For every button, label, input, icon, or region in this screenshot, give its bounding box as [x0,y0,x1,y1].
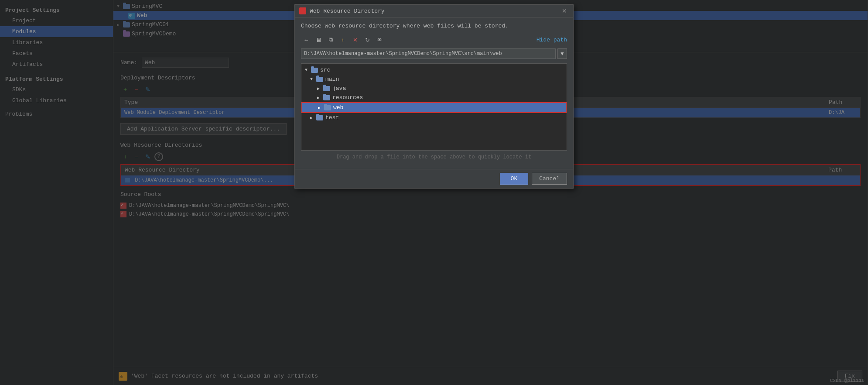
dtree-arrow-main: ▼ [310,77,316,82]
dtree-arrow-resources: ▶ [317,95,323,100]
dtree-item-src[interactable]: ▼ src [301,65,567,75]
main-container: Project Settings Project Modules Librari… [0,0,868,385]
dtree-label-resources: resources [332,94,363,101]
dialog-title-text: Web Resource Directory [310,8,557,14]
dtree-item-java[interactable]: ▶ java [301,84,567,93]
drag-hint: Drag and drop a file into the space abov… [301,151,567,164]
dialog-copy-btn[interactable]: ⧉ [325,34,336,45]
dtree-folder-web [324,105,331,110]
dtree-folder-main [316,77,323,82]
dialog-description: Choose web resource directory where web … [301,23,567,29]
watermark: CSDN @pl1116 [830,378,865,383]
dialog-path-input[interactable] [301,48,556,59]
dialog-refresh-btn[interactable]: ↻ [362,34,372,45]
dialog-path-dropdown-btn[interactable]: ▼ [557,48,567,59]
dialog-title-icon [299,7,306,14]
dialog-close-btn[interactable]: ✕ [560,7,569,14]
dtree-item-web[interactable]: ▶ web [301,102,567,113]
dtree-folder-resources [323,95,330,100]
dtree-label-web: web [333,104,343,111]
hide-path-label[interactable]: Hide path [537,37,567,43]
dtree-arrow-test: ▶ [310,115,316,120]
dialog-add-btn[interactable]: + [338,34,348,45]
dialog-title-bar: Web Resource Directory ✕ [295,5,573,17]
dialog-overlay: Web Resource Directory ✕ Choose web reso… [0,0,868,385]
dialog-eye-btn[interactable]: 👁 [374,34,385,45]
dialog-delete-btn[interactable]: ✕ [350,34,360,45]
dialog-back-btn[interactable]: ← [301,34,311,45]
dtree-item-test[interactable]: ▶ test [301,113,567,122]
dialog-path-row: ▼ [301,48,567,59]
dtree-arrow-web: ▶ [318,105,324,110]
dtree-item-main[interactable]: ▼ main [301,75,567,84]
dtree-folder-java [323,86,330,91]
dialog-tree: ▼ src ▼ main ▶ java [301,63,567,151]
dtree-label-main: main [325,76,339,82]
dtree-arrow-src: ▼ [305,68,311,72]
dialog-footer: OK Cancel [295,169,573,188]
dtree-label-test: test [325,114,339,121]
dtree-label-src: src [320,67,330,73]
dtree-arrow-java: ▶ [317,86,323,91]
dtree-item-resources[interactable]: ▶ resources [301,93,567,102]
dialog-toolbar: ← 🖥 ⧉ + ✕ ↻ 👁 Hide path [301,34,567,45]
dtree-label-java: java [332,85,346,92]
dialog-cancel-btn[interactable]: Cancel [532,173,567,185]
dtree-folder-src [311,68,318,73]
dialog-ok-btn[interactable]: OK [500,173,529,185]
web-resource-directory-dialog: Web Resource Directory ✕ Choose web reso… [294,4,574,189]
dialog-body: Choose web resource directory where web … [295,17,573,169]
dtree-folder-test [316,115,323,120]
dialog-monitor-btn[interactable]: 🖥 [313,34,324,45]
